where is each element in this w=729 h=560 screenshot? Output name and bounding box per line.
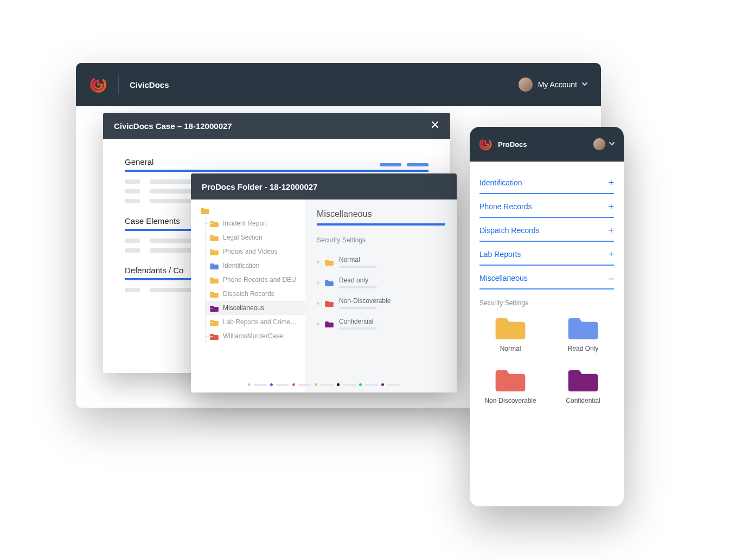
placeholder [365,384,378,386]
accordion-label: Identification [479,178,522,187]
placeholder [321,384,334,386]
tree-item-label: Miscellaneous [223,304,264,312]
section-general[interactable]: General [125,157,429,172]
folder-icon [210,305,219,312]
tree-root[interactable] [201,207,305,214]
placeholder [254,384,267,386]
pager-item[interactable] [359,383,378,386]
security-label: Read only [339,276,377,284]
folder-icon [210,262,219,269]
avatar[interactable] [593,138,605,150]
pager-item[interactable] [381,383,400,386]
tree-item[interactable]: Identification [206,259,305,273]
tree-item-label: Identification [223,262,259,269]
tree-item-label: Photos and Videos [223,248,278,255]
accordion-label: Phone Records [479,202,532,211]
accordion-label: Lab Reports [479,250,521,259]
tree-item-label: Legal Section [223,234,263,241]
security-option[interactable]: Non-Discoverable [317,293,445,313]
mobile-security-subtitle: Security Settings [479,299,614,307]
security-option[interactable]: Read only [317,272,445,293]
mobile-body: Identification +Phone Records +Dispatch … [470,162,624,413]
accordion-item[interactable]: Dispatch Records + [479,218,614,242]
security-option[interactable]: Confidential [317,313,445,334]
tree-item[interactable]: Miscellaneous [206,301,305,315]
pager-item[interactable] [248,383,267,386]
security-card-label: Read Only [568,345,599,352]
folder-icon [325,259,334,266]
pager-item[interactable] [315,383,334,386]
folder-icon [210,291,219,298]
detail-subtitle: Security Settings [317,236,445,244]
tree-item[interactable]: Incident Report [206,216,305,230]
chevron-down-icon[interactable] [609,139,615,149]
accordion-item[interactable]: Identification + [479,170,614,194]
tree-item[interactable]: Phone Records and DEU [206,273,305,287]
tree-item-label: Phone Records and DEU [223,276,296,284]
tree-item[interactable]: Dispatch Records [206,287,305,301]
placeholder [276,384,289,386]
folder-modal: ProDocs Folder - 18-12000027 Incident Re… [191,173,457,392]
folder-icon [495,314,526,339]
bullet-icon [317,261,319,263]
tree-item[interactable]: WilliamsMurderCase [206,329,305,343]
logo-icon [89,75,107,94]
dot-icon [337,383,340,386]
detail-title: Miscellaneous [317,209,445,226]
security-card[interactable]: Read Only [552,314,614,352]
section-label: Case Elements [125,216,180,226]
folder-icon [210,234,219,241]
security-label: Normal [339,256,377,263]
placeholder [387,384,400,386]
close-icon[interactable] [431,120,439,131]
folder-icon [568,366,598,391]
plus-icon: + [608,249,614,259]
desktop-header: CivicDocs My Account [76,63,601,106]
header-divider [118,75,119,94]
folder-icon [325,320,334,327]
security-card-label: Confidential [566,397,600,404]
accordion-item[interactable]: Lab Reports + [479,242,614,266]
security-card[interactable]: Confidential [552,366,614,404]
dot-icon [381,383,384,386]
tree-item-label: Dispatch Records [223,290,274,298]
my-account-link[interactable]: My Account [538,80,577,89]
folder-icon [210,333,219,340]
accordion-item[interactable]: Miscellaneous – [479,266,614,289]
avatar[interactable] [519,78,533,92]
folder-icon [210,319,219,326]
accordion-item[interactable]: Phone Records + [479,194,614,218]
accordion-label: Dispatch Records [479,226,540,235]
case-modal-header: CivicDocs Case – 18-12000027 [103,113,450,139]
pager-item[interactable] [292,383,311,386]
tree-item-label: Lab Reports and Crime… [223,318,297,326]
tree-item[interactable]: Legal Section [206,230,305,244]
accordion-label: Miscellaneous [479,274,528,282]
section-label: General [125,157,154,166]
folder-icon [210,276,219,284]
tree-item[interactable]: Lab Reports and Crime… [206,315,305,329]
pager [191,383,457,386]
folder-detail: Miscellaneous Security Settings Normal R… [305,199,457,392]
security-card[interactable]: Non-Discoverable [479,366,541,404]
security-card-label: Non-Discoverable [484,397,536,404]
tree-item-label: Incident Report [223,220,267,227]
security-label: Confidential [339,318,377,325]
plus-icon: + [608,178,614,188]
tree-item[interactable]: Photos and Videos [206,244,305,259]
plus-icon: + [608,202,614,211]
placeholder [339,266,377,268]
pager-item[interactable] [337,383,356,386]
security-card-label: Normal [500,345,521,352]
security-option[interactable]: Normal [317,252,445,272]
security-card[interactable]: Normal [479,314,541,352]
dot-icon [270,383,273,386]
dot-icon [359,383,362,386]
case-modal-title: CivicDocs Case – 18-12000027 [114,121,232,131]
folder-icon [325,300,334,307]
logo-icon [478,137,493,151]
chevron-down-icon[interactable] [581,80,588,89]
pager-item[interactable] [270,383,289,386]
placeholder [298,384,311,386]
placeholder [339,286,377,288]
